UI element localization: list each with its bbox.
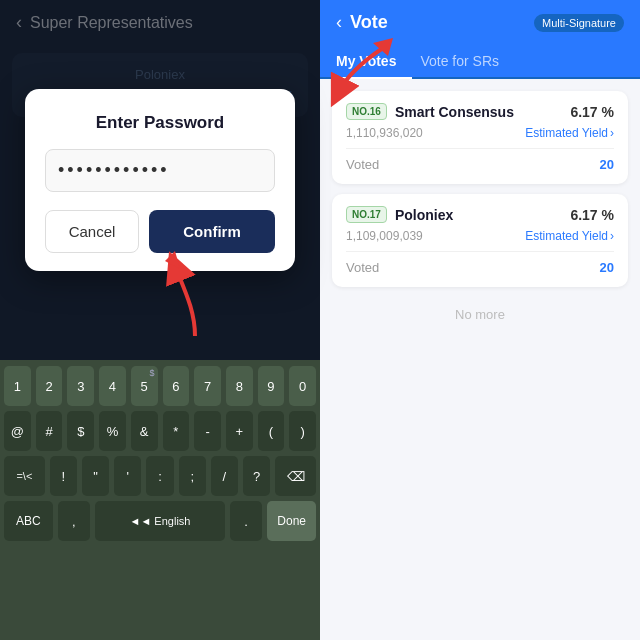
key-8[interactable]: 8 bbox=[226, 366, 253, 406]
vote-card-2-no-badge: NO.17 bbox=[346, 206, 387, 223]
keyboard-row-numbers: 1 2 3 4 5$ 6 7 8 9 0 bbox=[4, 366, 316, 406]
vote-card-1-name: Smart Consensus bbox=[395, 104, 514, 120]
right-back-icon[interactable]: ‹ bbox=[336, 12, 342, 33]
key-lparen[interactable]: ( bbox=[258, 411, 285, 451]
vote-card-poloniex: NO.17 Poloniex 6.17 % 1,109,009,039 Esti… bbox=[332, 194, 628, 287]
keyboard-row-bottom: ABC , ◄◄ English . Done bbox=[4, 501, 316, 541]
right-header-left: ‹ Vote bbox=[336, 12, 388, 33]
modal-title: Enter Password bbox=[45, 113, 275, 133]
cancel-button[interactable]: Cancel bbox=[45, 210, 139, 253]
key-semicolon[interactable]: ; bbox=[179, 456, 206, 496]
key-hash[interactable]: # bbox=[36, 411, 63, 451]
vote-card-2-count: 1,109,009,039 bbox=[346, 229, 423, 243]
vote-card-2-voted-row: Voted 20 bbox=[346, 251, 614, 275]
right-content: NO.16 Smart Consensus 6.17 % 1,110,936,0… bbox=[320, 79, 640, 640]
key-at[interactable]: @ bbox=[4, 411, 31, 451]
key-comma[interactable]: , bbox=[58, 501, 90, 541]
key-6[interactable]: 6 bbox=[163, 366, 190, 406]
modal-buttons: Cancel Confirm bbox=[45, 210, 275, 253]
password-modal: Enter Password Cancel Confirm bbox=[25, 89, 295, 271]
vote-card-1-no-badge: NO.16 bbox=[346, 103, 387, 120]
key-dollar[interactable]: $ bbox=[67, 411, 94, 451]
key-dquote[interactable]: " bbox=[82, 456, 109, 496]
vote-card-2-percent: 6.17 % bbox=[570, 207, 614, 223]
right-header: ‹ Vote Multi-Signature bbox=[320, 0, 640, 45]
key-backspace[interactable]: ⌫ bbox=[275, 456, 316, 496]
vote-card-2-header: NO.17 Poloniex 6.17 % bbox=[346, 206, 614, 223]
vote-card-1-voted-value: 20 bbox=[600, 157, 614, 172]
vote-card-1-name-row: NO.16 Smart Consensus bbox=[346, 103, 514, 120]
key-slash[interactable]: / bbox=[211, 456, 238, 496]
keyboard-row-symbols: @ # $ % & * - + ( ) bbox=[4, 411, 316, 451]
key-space[interactable]: ◄◄ English bbox=[95, 501, 225, 541]
key-rparen[interactable]: ) bbox=[289, 411, 316, 451]
multi-signature-badge: Multi-Signature bbox=[534, 14, 624, 32]
vote-card-1-header: NO.16 Smart Consensus 6.17 % bbox=[346, 103, 614, 120]
right-panel: ‹ Vote Multi-Signature My Votes Vote for… bbox=[320, 0, 640, 640]
vote-card-2-voted-value: 20 bbox=[600, 260, 614, 275]
key-period[interactable]: . bbox=[230, 501, 262, 541]
key-exclaim[interactable]: ! bbox=[50, 456, 77, 496]
key-question[interactable]: ? bbox=[243, 456, 270, 496]
confirm-button[interactable]: Confirm bbox=[149, 210, 275, 253]
right-title: Vote bbox=[350, 12, 388, 33]
left-panel: ‹ Super Representatives Poloniex 6.17% E… bbox=[0, 0, 320, 640]
key-ampersand[interactable]: & bbox=[131, 411, 158, 451]
key-2[interactable]: 2 bbox=[36, 366, 63, 406]
vote-card-1-percent: 6.17 % bbox=[570, 104, 614, 120]
key-colon[interactable]: : bbox=[146, 456, 173, 496]
tab-vote-for-srs[interactable]: Vote for SRs bbox=[420, 45, 515, 79]
key-equalbslash[interactable]: =\< bbox=[4, 456, 45, 496]
key-minus[interactable]: - bbox=[194, 411, 221, 451]
vote-card-smart-consensus: NO.16 Smart Consensus 6.17 % 1,110,936,0… bbox=[332, 91, 628, 184]
key-0[interactable]: 0 bbox=[289, 366, 316, 406]
modal-overlay: Enter Password Cancel Confirm bbox=[0, 0, 320, 360]
keyboard-row-special: =\< ! " ' : ; / ? ⌫ bbox=[4, 456, 316, 496]
key-3[interactable]: 3 bbox=[67, 366, 94, 406]
key-star[interactable]: * bbox=[163, 411, 190, 451]
key-9[interactable]: 9 bbox=[258, 366, 285, 406]
vote-card-1-voted-row: Voted 20 bbox=[346, 148, 614, 172]
vote-card-2-name: Poloniex bbox=[395, 207, 453, 223]
key-done[interactable]: Done bbox=[267, 501, 316, 541]
vote-card-2-voted-label: Voted bbox=[346, 260, 379, 275]
vote-card-2-name-row: NO.17 Poloniex bbox=[346, 206, 453, 223]
vote-card-2-yield[interactable]: Estimated Yield › bbox=[525, 229, 614, 243]
key-plus[interactable]: + bbox=[226, 411, 253, 451]
key-5[interactable]: 5$ bbox=[131, 366, 158, 406]
key-squote[interactable]: ' bbox=[114, 456, 141, 496]
vote-card-1-yield[interactable]: Estimated Yield › bbox=[525, 126, 614, 140]
tab-my-votes[interactable]: My Votes bbox=[336, 45, 412, 79]
vote-card-1-count: 1,110,936,020 bbox=[346, 126, 423, 140]
key-percent[interactable]: % bbox=[99, 411, 126, 451]
key-1[interactable]: 1 bbox=[4, 366, 31, 406]
keyboard: 1 2 3 4 5$ 6 7 8 9 0 @ # $ % & * - + ( )… bbox=[0, 360, 320, 640]
key-7[interactable]: 7 bbox=[194, 366, 221, 406]
no-more-label: No more bbox=[332, 307, 628, 322]
key-abc[interactable]: ABC bbox=[4, 501, 53, 541]
vote-card-2-sub: 1,109,009,039 Estimated Yield › bbox=[346, 229, 614, 243]
password-input[interactable] bbox=[45, 149, 275, 192]
vote-card-1-sub: 1,110,936,020 Estimated Yield › bbox=[346, 126, 614, 140]
key-4[interactable]: 4 bbox=[99, 366, 126, 406]
vote-card-1-voted-label: Voted bbox=[346, 157, 379, 172]
right-tabs: My Votes Vote for SRs bbox=[320, 45, 640, 79]
